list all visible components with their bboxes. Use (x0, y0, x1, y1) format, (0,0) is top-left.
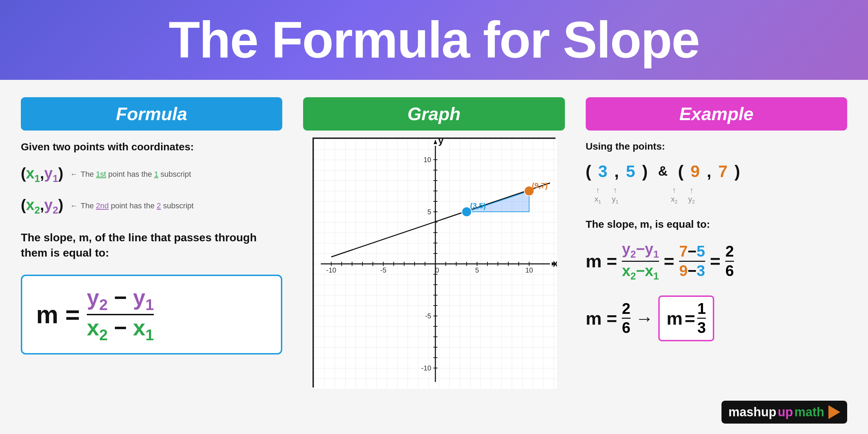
example-column: Example Using the points: ( 3 , 5 ) & ( … (586, 97, 847, 424)
ex-x1-val: 3 (598, 162, 608, 181)
graph-header-text: Graph (407, 104, 460, 124)
big-fraction: y2 − y1 x2 − x1 (87, 286, 154, 343)
big-denominator: x2 − x1 (87, 315, 154, 343)
big-equals: = (65, 300, 80, 329)
ex-fraction-values: 7−5 9−3 (679, 243, 705, 279)
svg-text:-5: -5 (380, 266, 386, 274)
svg-text:5: 5 (475, 266, 479, 274)
page-header: The Formula for Slope (0, 0, 868, 80)
graph-column: Graph (303, 97, 565, 424)
big-m-label: m (36, 300, 58, 329)
svg-text:-5: -5 (425, 312, 431, 320)
ex-fraction-26: 2 6 (622, 300, 630, 336)
svg-text:0: 0 (435, 266, 439, 274)
y-axis-label: y (438, 139, 444, 146)
x1-var: x1 (26, 165, 40, 182)
slope-equal-text: The slope, m, is equal to: (586, 218, 847, 230)
logo-up-text: up (778, 405, 793, 419)
graph-header: Graph (303, 97, 565, 131)
y2-var: y2 (44, 196, 58, 213)
svg-text:-10: -10 (421, 364, 431, 372)
formula-point1-desc: ← The 1st point has the 1 subscript (70, 170, 191, 179)
ex-x2-val: 9 (691, 162, 700, 181)
graph-svg: x y -10 (314, 139, 557, 389)
arrow-symbol: → (635, 308, 653, 329)
example-header: Example (586, 97, 847, 131)
main-content: Formula Given two points with coordinate… (0, 80, 868, 434)
logo-mashup-text: mashup (728, 405, 776, 419)
example-points-row: ( 3 , 5 ) & ( 9 , 7 ) (586, 162, 847, 181)
point2-label: (9,7) (532, 181, 548, 190)
result-box: m = 1 3 (658, 295, 714, 341)
logo-area: mashup up math (586, 394, 847, 424)
example-header-text: Example (679, 104, 753, 124)
example-using-text: Using the points: (586, 141, 847, 152)
ex-fraction-symbolic: y2−y1 x2−x1 (622, 241, 659, 282)
logo-triangle-icon (828, 405, 840, 419)
x2-var: x2 (26, 196, 40, 213)
formula-point2-desc: ← The 2nd point has the 2 subscript (70, 201, 193, 210)
logo-math-text: math (794, 405, 824, 419)
example-formula-row1: m = y2−y1 x2−x1 = 7−5 9−3 = 2 6 (586, 241, 847, 282)
page-title: The Formula for Slope (169, 10, 700, 69)
example-formula-row2: m = 2 6 → m = 1 3 (586, 295, 847, 341)
slope-description: The slope, m, of the line that passes th… (21, 230, 282, 261)
big-numerator: y2 − y1 (87, 286, 154, 314)
ex-fraction-final: 1 3 (697, 300, 706, 336)
svg-text:10: 10 (424, 156, 431, 164)
formula-header-text: Formula (116, 104, 187, 124)
formula-point1-row: (x1,y1) ← The 1st point has the 1 subscr… (21, 165, 282, 184)
svg-text:5: 5 (427, 208, 431, 216)
y1-var: y1 (44, 165, 58, 182)
x-axis-label: x (553, 258, 557, 269)
formula-given-text: Given two points with coordinates: (21, 141, 282, 153)
graph-container: x y -10 (312, 137, 556, 387)
ex-fraction-result: 2 6 (725, 243, 734, 279)
ex-y1-val: 5 (626, 162, 635, 181)
svg-text:-10: -10 (326, 266, 336, 274)
svg-text:10: 10 (525, 266, 533, 274)
point1-label: (3,5) (470, 201, 486, 210)
formula-point2-row: (x2,y2) ← The 2nd point has the 2 subscr… (21, 196, 282, 216)
formula-header: Formula (21, 97, 282, 131)
formula-point2-coords: (x2,y2) (21, 196, 63, 216)
ex-y2-val: 7 (718, 162, 728, 181)
mashupmath-logo: mashup up math (721, 401, 847, 424)
formula-column: Formula Given two points with coordinate… (21, 97, 282, 424)
formula-point1-coords: (x1,y1) (21, 165, 63, 184)
subscript-arrows: ↑ x1 ↑ y1 ↑ x2 ↑ y2 (589, 186, 847, 205)
big-formula-box: m = y2 − y1 x2 − x1 (21, 275, 282, 354)
